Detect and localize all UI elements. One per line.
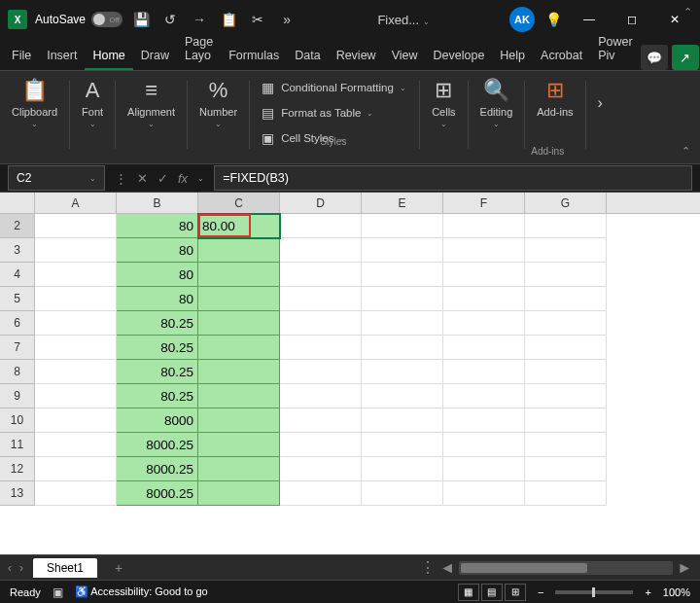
cell-E13[interactable]: [362, 481, 443, 506]
row-header-11[interactable]: 11: [0, 433, 35, 457]
cell-B2[interactable]: 80: [117, 214, 198, 238]
account-avatar[interactable]: AK: [509, 7, 535, 32]
cell-A7[interactable]: [35, 336, 117, 360]
tab-file[interactable]: File: [4, 43, 39, 70]
cell-A2[interactable]: [35, 214, 117, 238]
row-header-4[interactable]: 4: [0, 263, 35, 287]
cell-C13[interactable]: [198, 481, 280, 506]
select-all-corner[interactable]: [0, 193, 35, 213]
cell-B3[interactable]: 80: [117, 238, 198, 263]
cell-F13[interactable]: [443, 481, 525, 506]
cancel-formula-icon[interactable]: ✕: [133, 171, 152, 186]
cell-G7[interactable]: [525, 336, 607, 360]
cell-B5[interactable]: 80: [117, 287, 198, 311]
cell-A8[interactable]: [35, 360, 117, 384]
enter-formula-icon[interactable]: ✓: [154, 171, 172, 186]
cell-C12[interactable]: [198, 457, 280, 481]
cell-E11[interactable]: [362, 433, 443, 457]
editing-button[interactable]: 🔍 Editing ⌄: [480, 77, 513, 128]
scroll-menu-icon[interactable]: ⋮: [420, 558, 436, 577]
zoom-in-button[interactable]: +: [645, 586, 650, 598]
col-header-F[interactable]: F: [443, 193, 525, 213]
cell-G2[interactable]: [525, 214, 607, 238]
row-header-3[interactable]: 3: [0, 238, 35, 263]
col-header-E[interactable]: E: [362, 193, 443, 213]
tab-help[interactable]: Help: [492, 43, 533, 70]
cell-F3[interactable]: [443, 238, 525, 263]
cell-B11[interactable]: 8000.25: [117, 433, 198, 457]
cell-D2[interactable]: [280, 214, 362, 238]
cell-D12[interactable]: [280, 457, 362, 481]
col-header-G[interactable]: G: [525, 193, 607, 213]
sheet-tab-sheet1[interactable]: Sheet1: [33, 558, 97, 578]
cell-E4[interactable]: [362, 263, 443, 287]
format-as-table-button[interactable]: ▤ Format as Table ⌄: [260, 102, 409, 124]
zoom-out-button[interactable]: −: [538, 586, 543, 598]
cell-G8[interactable]: [525, 360, 607, 384]
cell-D9[interactable]: [280, 384, 362, 408]
cell-E10[interactable]: [362, 408, 443, 433]
cell-F7[interactable]: [443, 336, 525, 360]
more-qat-icon[interactable]: »: [276, 9, 298, 30]
cell-D8[interactable]: [280, 360, 362, 384]
cell-A9[interactable]: [35, 384, 117, 408]
cell-F12[interactable]: [443, 457, 525, 481]
cell-G12[interactable]: [525, 457, 607, 481]
accessibility-status[interactable]: ♿ Accessibility: Good to go: [75, 585, 208, 598]
cell-F11[interactable]: [443, 433, 525, 457]
cell-E9[interactable]: [362, 384, 443, 408]
cell-B8[interactable]: 80.25: [117, 360, 198, 384]
font-button[interactable]: A Font ⌄: [82, 77, 103, 128]
undo-icon[interactable]: ↺: [159, 9, 181, 30]
zoom-slider[interactable]: [555, 590, 633, 594]
col-header-D[interactable]: D: [280, 193, 362, 213]
cell-E6[interactable]: [362, 311, 443, 336]
scroll-left-button[interactable]: ◄: [439, 559, 455, 577]
conditional-formatting-button[interactable]: ▦ Conditional Formatting ⌄: [260, 77, 409, 98]
cell-A4[interactable]: [35, 263, 117, 287]
autosave-toggle[interactable]: AutoSave Off: [35, 12, 122, 27]
cell-G11[interactable]: [525, 433, 607, 457]
cell-F6[interactable]: [443, 311, 525, 336]
formula-menu-icon[interactable]: ⋮: [111, 171, 131, 186]
alignment-button[interactable]: ≡ Alignment ⌄: [127, 77, 175, 128]
cell-A6[interactable]: [35, 311, 117, 336]
save-icon[interactable]: 💾: [130, 9, 152, 30]
cell-D13[interactable]: [280, 481, 362, 506]
cell-D4[interactable]: [280, 263, 362, 287]
cell-E12[interactable]: [362, 457, 443, 481]
col-header-B[interactable]: B: [117, 193, 198, 213]
cell-A11[interactable]: [35, 433, 117, 457]
cell-D7[interactable]: [280, 336, 362, 360]
cell-E8[interactable]: [362, 360, 443, 384]
cell-B6[interactable]: 80.25: [117, 311, 198, 336]
row-header-13[interactable]: 13: [0, 481, 35, 506]
macro-icon[interactable]: ▣: [52, 585, 63, 599]
formula-bar[interactable]: =FIXED(B3) ⌃: [214, 165, 692, 191]
row-header-2[interactable]: 2: [0, 214, 35, 238]
comments-button[interactable]: 💬: [641, 45, 668, 70]
cell-G3[interactable]: [525, 238, 607, 263]
tab-pagelayo[interactable]: Page Layo: [177, 29, 221, 70]
tab-data[interactable]: Data: [287, 43, 328, 70]
cell-E2[interactable]: [362, 214, 443, 238]
prev-sheet-button[interactable]: ‹: [8, 561, 12, 575]
tab-insert[interactable]: Insert: [39, 43, 85, 70]
tab-view[interactable]: View: [384, 43, 426, 70]
clipboard-button[interactable]: 📋 Clipboard ⌄: [12, 77, 57, 128]
cell-E7[interactable]: [362, 336, 443, 360]
tab-develope[interactable]: Develope: [426, 43, 493, 70]
row-header-5[interactable]: 5: [0, 287, 35, 311]
collapse-ribbon-icon[interactable]: ⌃: [682, 145, 690, 158]
cell-F2[interactable]: [443, 214, 525, 238]
cell-C8[interactable]: [198, 360, 280, 384]
paste-icon[interactable]: 📋: [218, 9, 239, 30]
cell-G5[interactable]: [525, 287, 607, 311]
fx-icon[interactable]: fx: [174, 171, 192, 186]
cell-C6[interactable]: [198, 311, 280, 336]
cell-C4[interactable]: [198, 263, 280, 287]
col-header-C[interactable]: C: [198, 193, 280, 213]
cell-C10[interactable]: [198, 408, 280, 433]
row-header-12[interactable]: 12: [0, 457, 35, 481]
cell-C2[interactable]: 80.00: [198, 214, 280, 238]
